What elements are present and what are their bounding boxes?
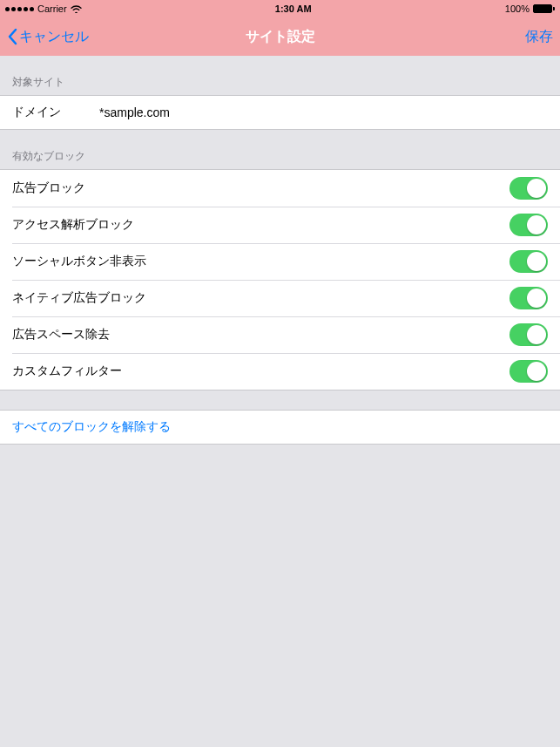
block-toggle[interactable]	[509, 250, 548, 273]
wifi-icon	[71, 5, 82, 13]
carrier-label: Carrier	[37, 3, 67, 14]
save-label: 保存	[525, 28, 553, 46]
block-row: 広告ブロック	[0, 170, 560, 207]
block-label: カスタムフィルター	[12, 363, 509, 379]
status-time: 1:30 AM	[275, 3, 312, 14]
remove-all-label: すべてのブロックを解除する	[12, 419, 171, 435]
section-action: すべてのブロックを解除する	[0, 410, 560, 445]
section-header-target: 対象サイト	[0, 75, 560, 95]
section-enabled-blocks: 有効なブロック 広告ブロック アクセス解析ブロック ソーシャルボタン非表示 ネイ…	[0, 149, 560, 390]
block-label: アクセス解析ブロック	[12, 217, 509, 233]
block-toggle[interactable]	[509, 287, 548, 309]
status-right: 100%	[505, 3, 555, 14]
block-row: ネイティブ広告ブロック	[0, 280, 560, 316]
save-button[interactable]: 保存	[525, 28, 553, 46]
nav-bar: キャンセル サイト設定 保存	[0, 17, 560, 56]
block-toggle[interactable]	[509, 360, 548, 383]
domain-row[interactable]: ドメイン *sample.com	[0, 96, 560, 129]
block-row: アクセス解析ブロック	[0, 207, 560, 243]
block-toggle[interactable]	[509, 177, 548, 200]
domain-label: ドメイン	[12, 105, 99, 120]
chevron-left-icon	[7, 28, 17, 45]
cancel-label: キャンセル	[19, 28, 89, 46]
remove-all-blocks-button[interactable]: すべてのブロックを解除する	[0, 411, 560, 444]
status-bar: Carrier 1:30 AM 100%	[0, 0, 560, 17]
block-label: ソーシャルボタン非表示	[12, 254, 509, 269]
signal-strength-icon	[5, 7, 34, 11]
cancel-button[interactable]: キャンセル	[7, 28, 89, 46]
block-toggle[interactable]	[509, 323, 548, 346]
block-label: 広告スペース除去	[12, 327, 509, 343]
block-row: 広告スペース除去	[0, 316, 560, 353]
section-target-site: 対象サイト ドメイン *sample.com	[0, 75, 560, 130]
block-toggle[interactable]	[509, 214, 548, 236]
block-row: カスタムフィルター	[0, 353, 560, 390]
block-label: 広告ブロック	[12, 180, 509, 196]
battery-percent: 100%	[505, 3, 530, 14]
section-header-blocks: 有効なブロック	[0, 149, 560, 169]
domain-value: *sample.com	[99, 105, 170, 119]
block-row: ソーシャルボタン非表示	[0, 243, 560, 280]
block-label: ネイティブ広告ブロック	[12, 290, 509, 306]
battery-icon	[533, 4, 555, 13]
status-left: Carrier	[5, 3, 82, 14]
